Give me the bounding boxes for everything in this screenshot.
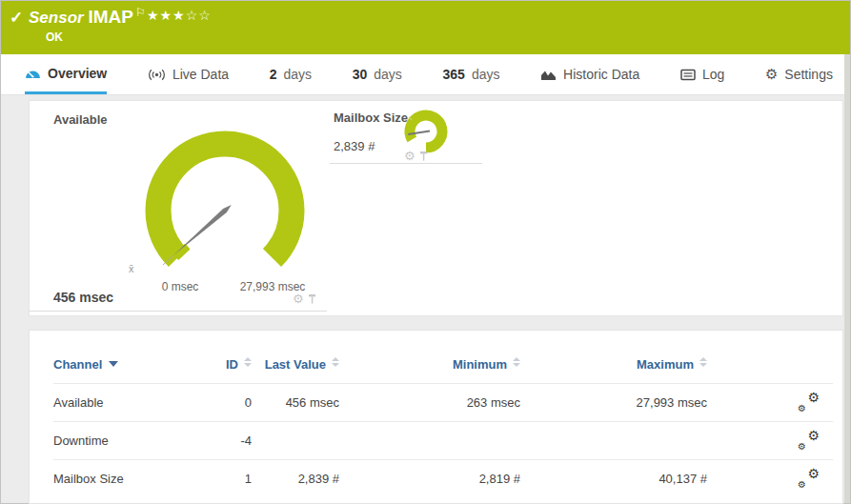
- tab-30-days-label: days: [374, 67, 402, 82]
- tab-overview[interactable]: Overview: [25, 54, 107, 94]
- scrollbar-track[interactable]: [844, 54, 850, 503]
- channel-name[interactable]: Downtime: [53, 422, 196, 460]
- flag-icon[interactable]: ⚐: [135, 6, 146, 19]
- sort-icon: [332, 357, 339, 367]
- tab-2-days-label: days: [284, 67, 313, 82]
- column-header-channel[interactable]: Channel: [53, 344, 196, 384]
- pin-icon[interactable]: [419, 151, 428, 162]
- average-marker: x̄: [129, 263, 134, 274]
- tab-2-days-number: 2: [270, 67, 277, 82]
- page-title: Sensor IMAP⚐: [29, 6, 146, 28]
- available-gauge-min-label: 0 msec: [142, 280, 218, 293]
- column-header-minimum[interactable]: Minimum: [339, 344, 520, 384]
- stars-empty: ☆☆: [186, 8, 212, 23]
- pin-icon[interactable]: [308, 293, 316, 305]
- column-header-actions: [707, 344, 833, 384]
- channel-last-value: [252, 422, 339, 460]
- column-header-maximum[interactable]: Maximum: [520, 344, 707, 384]
- tab-overview-label: Overview: [48, 66, 107, 81]
- tab-historic-data[interactable]: Historic Data: [540, 54, 639, 94]
- tab-30-days[interactable]: 30 days: [353, 54, 402, 94]
- tab-settings-label: Settings: [784, 67, 833, 82]
- tab-live-data[interactable]: Live Data: [148, 54, 229, 94]
- table-row[interactable]: Available 0 456 msec 263 msec 27,993 mse…: [53, 384, 833, 422]
- status-check-icon: ✓: [10, 8, 23, 28]
- tab-365-days-number: 365: [443, 67, 465, 82]
- channels-table-panel: Channel ID Last Value Minimum Maximum Av…: [29, 330, 843, 504]
- channel-name[interactable]: Available: [53, 384, 196, 422]
- channel-maximum: 27,993 msec: [520, 384, 707, 422]
- available-gauge-value: 456 msec: [53, 290, 113, 305]
- tab-bar: Overview Live Data 2 days 30 days 365 da…: [1, 54, 844, 95]
- tab-live-data-label: Live Data: [172, 67, 229, 82]
- gauge-settings-gear-icon[interactable]: ⚙: [293, 292, 304, 306]
- sort-icon: [699, 357, 707, 367]
- table-row[interactable]: Mailbox Size 1 2,839 # 2,819 # 40,137 # …: [53, 460, 833, 498]
- sensor-type-label: Sensor: [29, 9, 84, 27]
- channel-name[interactable]: Mailbox Size: [53, 460, 196, 498]
- mailbox-gauge-value: 2,839 #: [334, 139, 375, 153]
- sort-icon: [244, 357, 252, 367]
- channel-minimum: 263 msec: [339, 384, 520, 422]
- column-header-id[interactable]: ID: [196, 344, 252, 384]
- channel-id: 0: [196, 384, 252, 422]
- tab-2-days[interactable]: 2 days: [270, 54, 312, 94]
- tab-historic-data-label: Historic Data: [563, 67, 639, 82]
- tab-365-days[interactable]: 365 days: [443, 54, 500, 94]
- channel-settings-icon[interactable]: ⚙⚙: [797, 469, 820, 486]
- stars-filled: ★★★: [147, 8, 186, 23]
- channel-settings-icon[interactable]: ⚙⚙: [797, 431, 820, 448]
- channel-minimum: [339, 422, 520, 460]
- log-list-icon: [680, 69, 696, 81]
- sort-desc-icon: [109, 361, 118, 367]
- column-header-last-value[interactable]: Last Value: [252, 344, 339, 384]
- area-chart-icon: [540, 69, 557, 81]
- available-gauge: [134, 120, 315, 277]
- channel-maximum: 40,137 #: [520, 460, 707, 498]
- gauge-icon: [25, 67, 41, 79]
- mailbox-size-gauge-cell[interactable]: Mailbox Size 2,839 # ⚙: [330, 101, 482, 164]
- sensor-name: IMAP: [88, 7, 133, 27]
- gauge-settings-gear-icon[interactable]: ⚙: [404, 149, 415, 163]
- channel-maximum: [520, 422, 707, 460]
- tab-log-label: Log: [702, 67, 724, 82]
- available-gauge-title: Available: [53, 112, 108, 127]
- tab-30-days-number: 30: [353, 67, 368, 82]
- sensor-page: ✓ Sensor IMAP⚐ ★★★☆☆ OK Overview: [0, 0, 851, 504]
- available-gauge-cell[interactable]: Available x̄ 0 msec 27,993 msec 456 msec…: [30, 101, 327, 312]
- channel-settings-icon[interactable]: ⚙⚙: [797, 393, 820, 410]
- priority-stars[interactable]: ★★★☆☆: [147, 8, 212, 23]
- gauges-panel: Available x̄ 0 msec 27,993 msec 456 msec…: [29, 100, 843, 316]
- sort-icon: [513, 357, 520, 367]
- channel-id: -4: [196, 422, 252, 460]
- tab-settings[interactable]: ⚙ Settings: [765, 54, 833, 94]
- tab-log[interactable]: Log: [680, 54, 724, 94]
- sensor-status-header: ✓ Sensor IMAP⚐ ★★★☆☆ OK: [1, 1, 850, 54]
- live-data-icon: [148, 69, 166, 81]
- channel-minimum: 2,819 #: [339, 460, 520, 498]
- channel-last-value: 456 msec: [252, 384, 339, 422]
- channels-table: Channel ID Last Value Minimum Maximum Av…: [53, 344, 833, 497]
- tab-365-days-label: days: [472, 67, 500, 82]
- channel-last-value: 2,839 #: [252, 460, 339, 498]
- status-badge: OK: [46, 30, 63, 44]
- gear-icon: ⚙: [765, 66, 778, 83]
- channel-id: 1: [196, 460, 252, 498]
- table-row[interactable]: Downtime -4 ⚙⚙: [53, 422, 833, 460]
